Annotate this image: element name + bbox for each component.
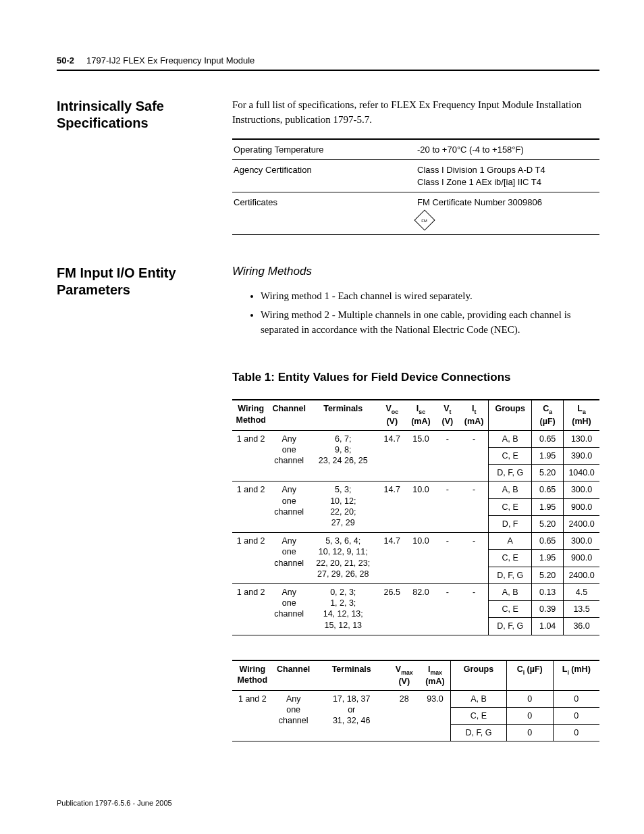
spec-key: Certificates	[232, 192, 416, 235]
table-row: 1 and 2Anyone channel5, 3;10, 12;22, 20;…	[232, 481, 599, 498]
section-title: FM Input I/O Entity Parameters	[57, 265, 212, 341]
spec-val: FM Certificate Number 3009806 FM	[416, 192, 599, 235]
wiring-methods-heading: Wiring Methods	[232, 265, 599, 278]
col-h: Ci (µF)	[506, 660, 553, 691]
col-h: Vt(V)	[435, 400, 460, 430]
table-row: Operating Temperature -20 to +70°C (-4 t…	[232, 139, 599, 160]
table-row: 1 and 2Anyone channel17, 18, 37or31, 32,…	[232, 690, 599, 707]
spec-key: Operating Temperature	[232, 139, 416, 160]
spec-val: Class I Division 1 Groups A-D T4 Class I…	[416, 160, 599, 192]
table-row: Certificates FM Certificate Number 30098…	[232, 192, 599, 235]
table1-title: Table 1: Entity Values for Field Device …	[232, 371, 599, 384]
col-h: Ca(µF)	[532, 400, 564, 430]
list-item: Wiring method 1 - Each channel is wired …	[261, 289, 599, 304]
col-h: It(mA)	[460, 400, 489, 430]
col-h: Vmax(V)	[389, 660, 420, 691]
col-h: La(mH)	[564, 400, 599, 430]
col-h: Voc(V)	[377, 400, 406, 430]
spec-key: Agency Certification	[232, 160, 416, 192]
section-title: Intrinsically Safe Specifications	[57, 98, 212, 235]
section-body: For a full list of specifications, refer…	[232, 98, 599, 235]
publication-footer: Publication 1797-6.5.6 - June 2005	[57, 799, 172, 807]
table-row: 1 and 2Anyone channel0, 2, 3;1, 2, 3;14,…	[232, 583, 599, 600]
col-h: WiringMethod	[232, 400, 269, 430]
spec-val: -20 to +70°C (-4 to +158°F)	[416, 139, 599, 160]
fm-icon: FM	[414, 209, 435, 230]
col-h: Channel	[273, 660, 315, 691]
lead-paragraph: For a full list of specifications, refer…	[232, 98, 599, 128]
list-item: Wiring method 2 - Multiple channels in o…	[261, 308, 599, 338]
entity-table-output: WiringMethod Channel Terminals Voc(V) Is…	[232, 399, 599, 635]
section-body: Wiring Methods Wiring method 1 - Each ch…	[232, 265, 599, 341]
col-h: Terminals	[315, 660, 389, 691]
spec-table: Operating Temperature -20 to +70°C (-4 t…	[232, 138, 599, 236]
table-row: 1 and 2Anyone channel6, 7;9, 8;23, 24 26…	[232, 430, 599, 447]
col-h: Groups	[489, 400, 532, 430]
section-intrinsically-safe: Intrinsically Safe Specifications For a …	[57, 98, 599, 235]
header-rule	[57, 70, 599, 71]
section-fm-entity: FM Input I/O Entity Parameters Wiring Me…	[57, 265, 599, 341]
col-h: Channel	[269, 400, 308, 430]
entity-table-input: WiringMethod Channel Terminals Vmax(V) I…	[232, 660, 599, 742]
doc-title: 1797-IJ2 FLEX Ex Frequency Input Module	[86, 55, 254, 66]
col-h: Imax(mA)	[420, 660, 451, 691]
col-h: Groups	[451, 660, 507, 691]
page-header: 50-2 1797-IJ2 FLEX Ex Frequency Input Mo…	[57, 55, 599, 66]
table-row: 1 and 2Anyone channel5, 3, 6, 4;10, 12, …	[232, 533, 599, 550]
table1-wrap: Table 1: Entity Values for Field Device …	[232, 371, 599, 741]
col-h: Terminals	[308, 400, 377, 430]
col-h: WiringMethod	[232, 660, 273, 691]
col-h: Isc(mA)	[406, 400, 435, 430]
page-number: 50-2	[57, 55, 74, 66]
table-row: Agency Certification Class I Division 1 …	[232, 160, 599, 192]
col-h: Li (mH)	[553, 660, 599, 691]
bullet-list: Wiring method 1 - Each channel is wired …	[232, 289, 599, 337]
